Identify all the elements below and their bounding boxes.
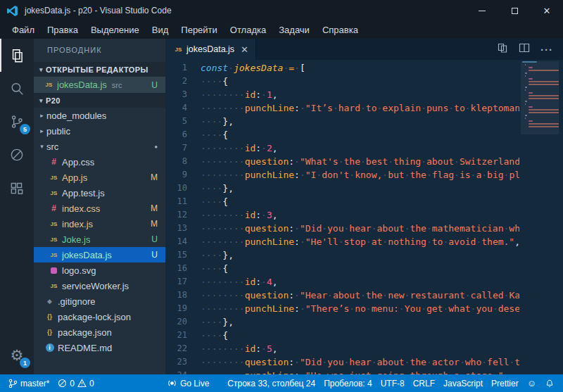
menu-debug[interactable]: Отладка <box>224 23 272 37</box>
tab-close-icon[interactable]: ✕ <box>241 44 248 55</box>
tree-item-jokesData.js[interactable]: JSjokesData.jsU <box>34 247 165 263</box>
cursor-position-item[interactable]: Строка 33, столбец 24 <box>223 379 320 388</box>
feedback-smiley-icon[interactable]: ☺ <box>523 378 540 388</box>
split-editor-icon[interactable] <box>519 42 530 56</box>
extensions-icon[interactable] <box>0 171 34 204</box>
code-line[interactable]: 10····}, <box>165 182 519 195</box>
tree-item-serviceWorker.js[interactable]: JSserviceWorker.js <box>34 278 165 293</box>
tree-folder-public[interactable]: ▸public <box>34 123 165 139</box>
menu-tasks[interactable]: Задачи <box>272 23 316 37</box>
line-number: 18 <box>165 289 198 302</box>
debug-icon[interactable] <box>0 138 34 171</box>
tree-item-label: serviceWorker.js <box>62 281 129 291</box>
problems-item[interactable]: 0 0 <box>53 379 98 388</box>
open-changes-icon[interactable] <box>497 42 508 56</box>
close-icon: ✕ <box>543 6 551 16</box>
git-status-badge: M <box>151 172 158 182</box>
notifications-bell-icon[interactable] <box>540 379 559 388</box>
tree-item-.gitignore[interactable]: ◆.gitignore <box>34 293 165 309</box>
tree-item-Joke.js[interactable]: JSJoke.jsU <box>34 232 165 247</box>
tree-item-App.test.js[interactable]: JSApp.test.js <box>34 185 165 201</box>
tree-item-label: src <box>46 141 58 152</box>
minimap[interactable] <box>521 61 559 374</box>
js-file-icon: JS <box>48 234 60 245</box>
open-editors-header[interactable]: ▾ ОТКРЫТЫЕ РЕДАКТОРЫ <box>34 62 165 77</box>
tab-jokesdata[interactable]: JS jokesData.js ✕ <box>165 39 256 60</box>
menu-go[interactable]: Перейти <box>175 23 224 37</box>
close-button[interactable]: ✕ <box>531 0 563 21</box>
vscode-window: jokesData.js - p20 - Visual Studio Code … <box>0 0 563 392</box>
scm-badge: 5 <box>20 124 30 134</box>
code-line[interactable]: 5····}, <box>165 115 519 128</box>
git-file-icon: ◆ <box>44 296 56 307</box>
explorer-icon[interactable] <box>0 39 34 72</box>
settings-gear-icon[interactable]: ⚙ 1 <box>0 339 34 372</box>
source-control-icon[interactable]: 5 <box>0 105 34 138</box>
tree-folder-src[interactable]: ▾src● <box>34 139 165 154</box>
code-line[interactable]: 17········id:·4, <box>165 275 519 289</box>
formatter-item[interactable]: Prettier <box>487 379 523 388</box>
minimize-button[interactable] <box>466 0 498 21</box>
editor-group: JS jokesData.js ✕ ··· 1const·jokesData·=… <box>165 39 563 374</box>
code-line[interactable]: 23········question:·"Did·you·hear·about·… <box>165 355 519 369</box>
tree-item-App.js[interactable]: JSApp.jsM <box>34 170 165 185</box>
sidebar-title: ПРОВОДНИК <box>34 39 165 62</box>
language-mode-item[interactable]: JavaScript <box>439 379 487 388</box>
tree-item-README.md[interactable]: iREADME.md <box>34 340 165 355</box>
tree-folder-node_modules[interactable]: ▸node_modules <box>34 108 165 123</box>
code-line[interactable]: 18········question:·"Hear·about·the·new·… <box>165 289 519 302</box>
js-file-icon: JS <box>172 44 184 55</box>
code-line[interactable]: 8········question:·"What's·the·best·thin… <box>165 155 519 168</box>
code-line-text: ········id:·5, <box>198 342 278 355</box>
code-line[interactable]: 2····{ <box>165 75 519 88</box>
code-line[interactable]: 9········punchLine:·"I·don't·know,·but·t… <box>165 168 519 182</box>
encoding-item[interactable]: UTF-8 <box>377 379 409 388</box>
search-icon[interactable] <box>0 72 34 105</box>
code-line[interactable]: 14········punchLine:·"He'll·stop·at·noth… <box>165 235 519 248</box>
git-status-badge: M <box>151 203 158 213</box>
open-editor-item[interactable]: JS jokesData.js src U <box>34 77 165 93</box>
indentation-item[interactable]: Пробелов: 4 <box>320 379 377 388</box>
tree-item-package.json[interactable]: {}package.json <box>34 324 165 340</box>
tree-item-logo.svg[interactable]: logo.svg <box>34 263 165 278</box>
warning-icon <box>77 379 87 388</box>
tree-item-label: index.js <box>62 219 93 229</box>
project-folder-header[interactable]: ▾ P20 <box>34 93 165 108</box>
menu-edit[interactable]: Правка <box>41 23 84 37</box>
eol-item[interactable]: CRLF <box>409 379 439 388</box>
tree-item-index.js[interactable]: JSindex.jsM <box>34 216 165 232</box>
line-number: 12 <box>165 208 198 222</box>
code-line[interactable]: 3········id:·1, <box>165 88 519 101</box>
tree-item-App.css[interactable]: #App.css <box>34 154 165 170</box>
code-line[interactable]: 1const·jokesData·=·[ <box>165 61 519 75</box>
code-line[interactable]: 7········id:·2, <box>165 141 519 155</box>
code-line[interactable]: 11····{ <box>165 195 519 208</box>
code-line[interactable]: 24········punchLine:·"He·was·just·going·… <box>165 369 519 374</box>
modified-dot: ● <box>154 144 158 150</box>
code-line[interactable]: 6····{ <box>165 128 519 141</box>
menu-help[interactable]: Справка <box>316 23 365 37</box>
css-file-icon: # <box>48 156 60 167</box>
code-line[interactable]: 13········question:·"Did·you·hear·about·… <box>165 222 519 235</box>
go-live-item[interactable]: Go Live <box>163 374 213 392</box>
code-line-text: ····{ <box>198 128 228 141</box>
code-line[interactable]: 16····{ <box>165 262 519 275</box>
more-actions-icon[interactable]: ··· <box>540 44 553 56</box>
code-line[interactable]: 4········punchLine:·"It’s·hard·to·explai… <box>165 101 519 115</box>
tree-item-index.css[interactable]: #index.cssM <box>34 201 165 216</box>
code-editor[interactable]: 1const·jokesData·=·[2····{3········id:·1… <box>165 60 563 374</box>
line-number: 5 <box>165 115 198 128</box>
line-number: 8 <box>165 155 198 168</box>
code-line[interactable]: 20····}, <box>165 315 519 329</box>
maximize-button[interactable] <box>498 0 531 21</box>
menu-selection[interactable]: Выделение <box>84 23 146 37</box>
code-line[interactable]: 12········id:·3, <box>165 208 519 222</box>
git-branch-item[interactable]: master* <box>4 379 53 388</box>
menu-file[interactable]: Файл <box>6 23 41 37</box>
code-line[interactable]: 22········id:·5, <box>165 342 519 355</box>
code-line[interactable]: 21····{ <box>165 329 519 342</box>
menu-view[interactable]: Вид <box>146 23 175 37</box>
code-line[interactable]: 19········punchLine:·"There’s·no·menu:·Y… <box>165 302 519 315</box>
code-line[interactable]: 15····}, <box>165 248 519 262</box>
tree-item-package-lock.json[interactable]: {}package-lock.json <box>34 309 165 324</box>
